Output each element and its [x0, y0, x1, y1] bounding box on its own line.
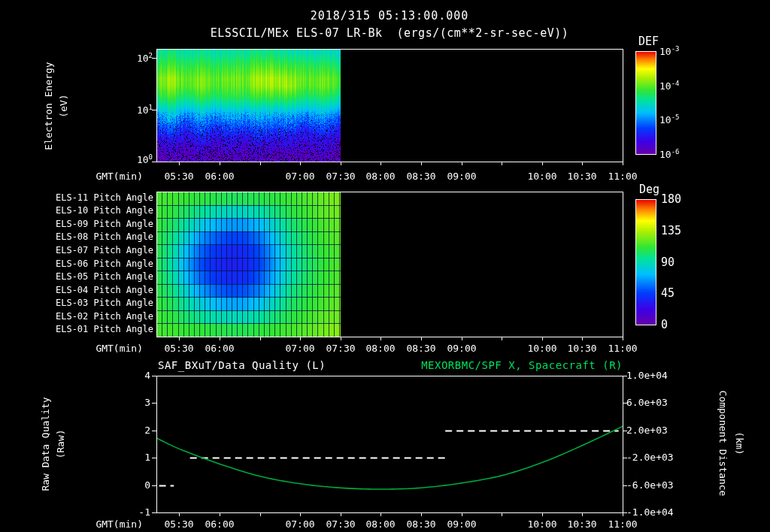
deg-colorbar-title: Deg [639, 183, 659, 196]
bottom-title-right: MEXORBMC/SPF X, Spacecraft (R) [156, 359, 623, 371]
x-tick-label-pitch: 07:30 [321, 343, 360, 354]
energy-axis-label: Electron Energy [43, 62, 54, 150]
gmt-label-energy-panel: GMT(min) [72, 171, 143, 182]
x-tick-label-energy: 08:30 [402, 171, 441, 182]
pitch-row-label: ELS-08 Pitch Angle [39, 231, 153, 242]
pitch-row-label: ELS-01 Pitch Angle [39, 324, 153, 334]
deg-colorbar-tick-label: 90 [661, 255, 675, 269]
pitch-row-label: ELS-05 Pitch Angle [39, 271, 153, 282]
quality-y-tick-label: -1 [126, 506, 150, 518]
x-tick-label-energy: 11:00 [603, 171, 642, 182]
x-tick-label-energy: 09:00 [442, 171, 481, 182]
x-tick-label-bottom: 08:30 [402, 518, 441, 530]
header-title: ELSSCIL/MEx ELS-07 LR-Bk (ergs/(cm**2-sr… [156, 26, 623, 40]
quality-axis-units: (Raw) [55, 429, 66, 458]
x-tick-label-energy: 06:00 [200, 171, 239, 182]
pitch-row-label: ELS-09 Pitch Angle [39, 219, 153, 229]
distance-axis-label: Component Distance [717, 391, 729, 497]
distance-y-tick-label: -2.0e+03 [626, 452, 674, 463]
x-tick-label-pitch: 07:00 [280, 343, 320, 354]
x-tick-label-bottom: 10:00 [523, 518, 562, 530]
def-colorbar-title: DEF [638, 35, 659, 48]
distance-y-tick-label: 6.0e+03 [626, 397, 668, 408]
quality-y-tick-label: 3 [126, 397, 150, 408]
x-tick-label-pitch: 08:00 [361, 343, 400, 354]
def-colorbar-tick-label: 10-4 [659, 80, 680, 92]
x-tick-label-pitch: 06:00 [200, 343, 239, 354]
quality-y-tick-label: 0 [126, 479, 150, 491]
x-tick-label-energy: 05:30 [159, 171, 199, 182]
x-tick-label-bottom: 06:00 [200, 518, 239, 530]
pitch-row-label: ELS-03 Pitch Angle [39, 298, 153, 308]
pitch-row-label: ELS-02 Pitch Angle [39, 311, 153, 322]
x-tick-label-pitch: 09:00 [442, 343, 481, 354]
pitch-row-label: ELS-07 Pitch Angle [39, 245, 153, 255]
distance-y-tick-label: 1.0e+04 [626, 370, 668, 381]
distance-y-tick-label: 2.0e+03 [626, 425, 668, 436]
gmt-label-pitch-panel: GMT(min) [72, 343, 143, 354]
deg-colorbar-tick-label: 0 [661, 318, 668, 331]
x-tick-label-bottom: 11:00 [603, 518, 642, 530]
distance-axis-units: (km) [734, 431, 745, 455]
x-tick-label-pitch: 08:30 [402, 343, 441, 354]
x-tick-label-pitch: 10:30 [562, 343, 602, 354]
quality-y-tick-label: 2 [126, 425, 150, 436]
x-tick-label-bottom: 10:30 [562, 518, 602, 530]
deg-colorbar-tick-label: 180 [661, 192, 681, 206]
energy-y-tick-label: 100 [123, 153, 153, 165]
x-tick-label-bottom: 07:00 [280, 518, 320, 530]
x-tick-label-bottom: 09:00 [442, 518, 481, 530]
x-tick-label-pitch: 10:00 [523, 343, 562, 354]
x-tick-label-pitch: 11:00 [603, 343, 642, 354]
x-tick-label-bottom: 07:30 [321, 518, 360, 530]
energy-y-tick-label: 102 [123, 52, 153, 64]
els-spectrogram-screen: 2018/315 05:13:00.000 ELSSCIL/MEx ELS-07… [0, 0, 770, 532]
pitch-row-label: ELS-06 Pitch Angle [39, 258, 153, 269]
pitch-row-label: ELS-11 Pitch Angle [39, 192, 153, 203]
distance-y-tick-label: -6.0e+03 [626, 479, 674, 491]
pitch-row-label: ELS-04 Pitch Angle [39, 285, 153, 295]
x-tick-label-pitch: 05:30 [159, 343, 199, 354]
energy-axis-units: (eV) [58, 94, 69, 117]
def-colorbar-tick-label: 10-5 [659, 113, 680, 125]
quality-axis-label: Raw Data Quality [40, 397, 51, 491]
quality-y-tick-label: 1 [126, 452, 150, 463]
x-tick-label-bottom: 08:00 [361, 518, 400, 530]
x-tick-label-energy: 07:30 [321, 171, 360, 182]
gmt-label-bottom-panel: GMT(min) [72, 518, 143, 530]
def-colorbar-tick-label: 10-6 [659, 148, 680, 160]
x-tick-label-energy: 10:00 [523, 171, 562, 182]
x-tick-label-bottom: 05:30 [159, 518, 199, 530]
deg-colorbar-tick-label: 135 [661, 224, 681, 237]
pitch-row-label: ELS-10 Pitch Angle [39, 205, 153, 216]
x-tick-label-energy: 08:00 [361, 171, 400, 182]
quality-y-tick-label: 4 [126, 370, 150, 381]
distance-y-tick-label: -1.0e+04 [626, 506, 674, 518]
header-timestamp: 2018/315 05:13:00.000 [156, 9, 623, 23]
deg-colorbar-tick-label: 45 [661, 286, 675, 300]
x-tick-label-energy: 07:00 [280, 171, 320, 182]
energy-y-tick-label: 101 [123, 104, 153, 116]
x-tick-label-energy: 10:30 [562, 171, 602, 182]
def-colorbar-tick-label: 10-3 [659, 45, 680, 57]
